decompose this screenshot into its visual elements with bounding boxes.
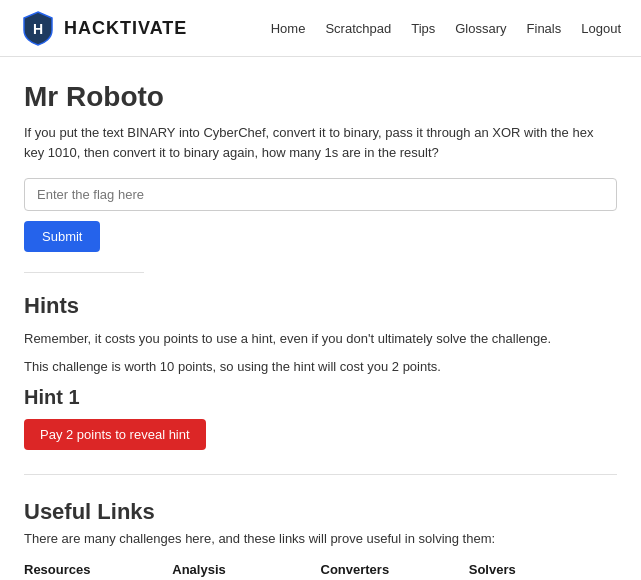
links-column-solvers: Solvers Anagram Solver Caesar Cipher [469, 562, 617, 580]
hint-1-title: Hint 1 [24, 386, 617, 409]
solvers-column-title: Solvers [469, 562, 617, 577]
main-content: Mr Roboto If you put the text BINARY int… [0, 57, 641, 580]
reveal-hint-button[interactable]: Pay 2 points to reveal hint [24, 419, 206, 450]
divider-2 [24, 474, 617, 475]
resources-column-title: Resources [24, 562, 172, 577]
divider-1 [24, 272, 144, 273]
hints-section-title: Hints [24, 293, 617, 319]
nav-home[interactable]: Home [271, 21, 306, 36]
nav-tips[interactable]: Tips [411, 21, 435, 36]
submit-button[interactable]: Submit [24, 221, 100, 252]
links-grid: Resources CyberChef ASCII Table Analysis… [24, 562, 617, 580]
converters-column-title: Converters [321, 562, 469, 577]
hints-note-1: Remember, it costs you points to use a h… [24, 329, 617, 349]
nav-finals[interactable]: Finals [527, 21, 562, 36]
flag-input[interactable] [24, 178, 617, 211]
useful-links-description: There are many challenges here, and thes… [24, 531, 617, 546]
nav-scratchpad[interactable]: Scratchpad [325, 21, 391, 36]
page-title: Mr Roboto [24, 81, 617, 113]
header: H HACKTIVATE Home Scratchpad Tips Glossa… [0, 0, 641, 57]
logo-text: HACKTIVATE [64, 18, 187, 39]
links-column-analysis: Analysis Cipher Identifier (1) Cipher Id… [172, 562, 320, 580]
challenge-description: If you put the text BINARY into CyberChe… [24, 123, 617, 162]
main-nav: Home Scratchpad Tips Glossary Finals Log… [271, 21, 621, 36]
nav-glossary[interactable]: Glossary [455, 21, 506, 36]
analysis-column-title: Analysis [172, 562, 320, 577]
logo-icon: H [20, 10, 56, 46]
useful-links-title: Useful Links [24, 499, 617, 525]
svg-text:H: H [33, 21, 43, 37]
logo-area: H HACKTIVATE [20, 10, 187, 46]
nav-logout[interactable]: Logout [581, 21, 621, 36]
links-column-converters: Converters Base Conversion Common Calcul… [321, 562, 469, 580]
links-column-resources: Resources CyberChef ASCII Table [24, 562, 172, 580]
hints-note-2: This challenge is worth 10 points, so us… [24, 357, 617, 377]
